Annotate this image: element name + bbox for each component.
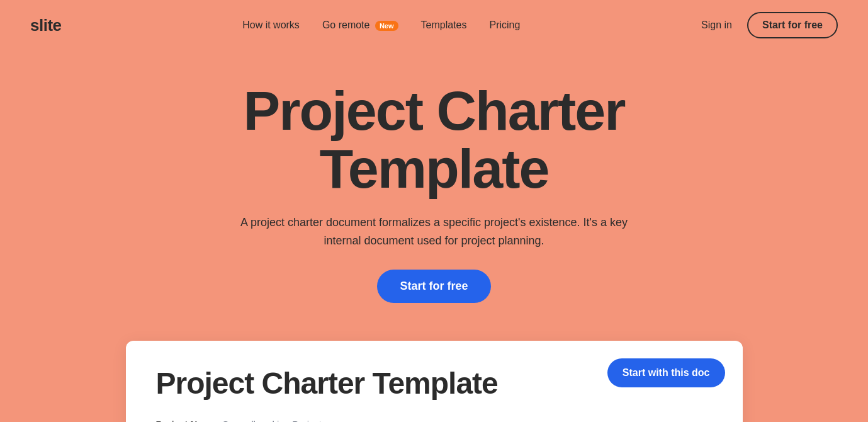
nav-pricing[interactable]: Pricing (489, 20, 520, 30)
nav-how-it-works[interactable]: How it works (242, 20, 300, 30)
navbar: slite How it works Go remote New Templat… (0, 0, 868, 50)
nav-go-remote[interactable]: Go remote New (322, 20, 398, 30)
doc-field-project-name: Project Name: Groundbreaking Project (156, 416, 713, 422)
doc-card-wrapper: Start with this doc Project Charter Temp… (0, 341, 868, 422)
hero-subtitle: A project charter document formalizes a … (239, 214, 629, 250)
hero-cta-button[interactable]: Start for free (377, 270, 490, 303)
logo[interactable]: slite (30, 16, 62, 35)
nav-right: Sign in Start for free (701, 12, 838, 38)
signin-link[interactable]: Sign in (701, 20, 732, 31)
hero-title: Project Charter Template (151, 82, 718, 198)
doc-card: Start with this doc Project Charter Temp… (126, 341, 743, 422)
start-free-nav-button[interactable]: Start for free (747, 12, 838, 38)
start-with-doc-button[interactable]: Start with this doc (607, 358, 725, 387)
doc-meta: Project Name: Groundbreaking Project Pro… (156, 416, 713, 422)
new-badge: New (375, 21, 398, 31)
hero-section: Project Charter Template A project chart… (0, 50, 868, 328)
nav-templates[interactable]: Templates (421, 20, 467, 30)
nav-links: How it works Go remote New Templates Pri… (242, 20, 520, 31)
